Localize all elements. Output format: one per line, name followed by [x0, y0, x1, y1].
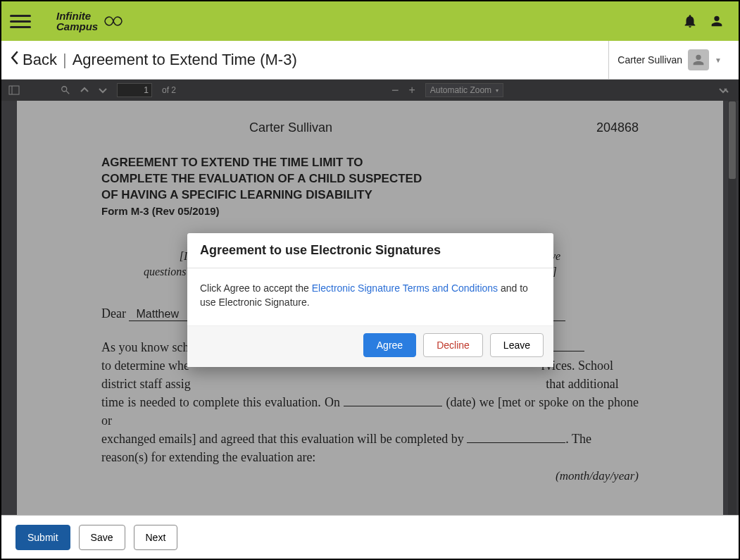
action-footer: Submit Save Next: [1, 515, 739, 559]
modal-body-pre: Click Agree to accept the: [200, 282, 312, 294]
save-button[interactable]: Save: [79, 525, 125, 550]
user-name: Carter Sullivan: [617, 54, 682, 66]
next-button[interactable]: Next: [134, 525, 178, 550]
esignature-modal: Agreement to use Electronic Signatures C…: [187, 233, 553, 367]
modal-footer: Agree Decline Leave: [187, 325, 553, 367]
menu-icon[interactable]: [10, 11, 31, 32]
top-bar: Infinite Campus: [1, 1, 739, 41]
chevron-left-icon: [10, 51, 20, 69]
submit-button[interactable]: Submit: [15, 525, 70, 550]
brand-logo[interactable]: Infinite Campus: [56, 11, 126, 32]
infinity-icon: [101, 15, 126, 27]
back-label: Back: [23, 51, 57, 69]
leave-button[interactable]: Leave: [490, 333, 544, 357]
caret-down-icon: ▼: [715, 56, 722, 64]
separator: |: [63, 51, 67, 69]
decline-button[interactable]: Decline: [423, 333, 483, 357]
user-menu[interactable]: Carter Sullivan ▼: [608, 41, 730, 79]
notifications-icon[interactable]: [677, 8, 703, 35]
sub-bar: Back | Agreement to Extend Time (M-3) Ca…: [1, 41, 739, 80]
profile-icon[interactable]: [703, 8, 730, 35]
page-title: Agreement to Extend Time (M-3): [73, 51, 297, 69]
avatar-icon: [688, 49, 709, 70]
terms-link[interactable]: Electronic Signature Terms and Condition…: [312, 282, 498, 294]
agree-button[interactable]: Agree: [363, 333, 416, 357]
back-button[interactable]: Back: [10, 51, 57, 69]
brand-line1: Infinite: [56, 11, 98, 21]
brand-line2: Campus: [56, 21, 98, 32]
modal-title: Agreement to use Electronic Signatures: [187, 233, 553, 268]
modal-body: Click Agree to accept the Electronic Sig…: [187, 268, 553, 325]
